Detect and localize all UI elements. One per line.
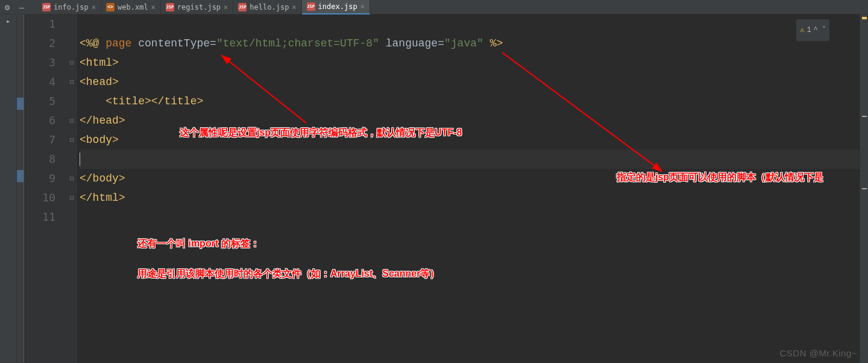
code-line: <body>	[80, 130, 860, 150]
code-line	[80, 207, 860, 227]
tab-label: info.jsp	[54, 3, 89, 11]
watermark-text: CSDN @Mr.King~	[779, 348, 857, 358]
tab-label: index.jsp	[318, 2, 357, 11]
fold-marker[interactable]: ⊟	[66, 188, 77, 207]
nav-arrows[interactable]: ^ ˅	[814, 21, 826, 40]
code-line: <html>	[80, 53, 860, 72]
code-line: <%@ page contentType="text/html;charset=…	[80, 34, 860, 53]
close-icon[interactable]: ×	[151, 3, 156, 11]
inspection-badge[interactable]: ⚠ 1 ^ ˅	[796, 19, 829, 41]
tab-hello-jsp[interactable]: JSP hello.jsp ×	[233, 0, 301, 14]
line-number-gutter: 1 2 3 4 5 6 7 8 9 10 11	[24, 14, 66, 363]
tab-web-xml[interactable]: <> web.xml ×	[101, 0, 161, 14]
fold-marker[interactable]	[66, 92, 77, 111]
tab-regist-jsp[interactable]: JSP regist.jsp ×	[161, 0, 233, 14]
code-line: </head>	[80, 111, 860, 130]
code-line: </html>	[80, 188, 860, 207]
scroll-marker[interactable]	[862, 116, 867, 117]
line-number: 11	[24, 207, 55, 227]
dash-icon[interactable]: —	[14, 2, 29, 12]
jsp-icon: JSP	[166, 3, 174, 11]
fold-marker[interactable]: ⊟	[66, 130, 77, 150]
fold-marker[interactable]	[66, 207, 77, 227]
line-number: 10	[24, 188, 55, 207]
code-line: <head>	[80, 72, 860, 92]
code-line: <title></title>	[80, 92, 860, 111]
fold-marker[interactable]: ⊟	[66, 53, 77, 72]
code-line-current	[80, 150, 860, 169]
jsp-icon: JSP	[307, 2, 315, 11]
fold-column: ⊟ ⊟ ⊟ ⊟ ⊟ ⊟	[66, 14, 77, 363]
line-number: 7	[24, 130, 55, 150]
code-line: </body>	[80, 169, 860, 188]
tab-label: regist.jsp	[177, 3, 221, 11]
main-area: ▸ 1 2 3 4 5 6 7 8 9 10 11 ⊟ ⊟ ⊟ ⊟ ⊟ ⊟ <%…	[0, 14, 868, 363]
annotation-text: 还有一个叫 import 的标签：	[137, 234, 260, 253]
fold-marker[interactable]	[66, 150, 77, 169]
close-icon[interactable]: ×	[92, 3, 96, 11]
line-number: 8	[24, 150, 55, 169]
close-icon[interactable]: ×	[292, 3, 296, 11]
fold-marker[interactable]: ⊟	[66, 72, 77, 92]
editor-tabs: JSP info.jsp × <> web.xml × JSP regist.j…	[37, 0, 370, 14]
left-marker-strip	[17, 14, 24, 363]
code-line	[80, 14, 860, 34]
fold-marker[interactable]: ⊟	[66, 111, 77, 130]
tab-info-jsp[interactable]: JSP info.jsp ×	[37, 0, 101, 14]
close-icon[interactable]: ×	[224, 3, 228, 11]
warning-count: 1	[807, 21, 811, 40]
gear-icon[interactable]: ⚙	[0, 2, 14, 12]
close-icon[interactable]: ×	[360, 2, 365, 11]
line-number: 9	[24, 169, 55, 188]
change-marker	[17, 170, 24, 182]
left-tool-gutter: ▸	[0, 14, 17, 363]
line-number: 3	[24, 53, 55, 72]
change-marker	[17, 98, 24, 110]
line-number: 6	[24, 111, 55, 130]
tab-index-jsp[interactable]: JSP index.jsp ×	[302, 0, 370, 14]
expand-icon[interactable]: ▸	[6, 17, 10, 25]
jsp-icon: JSP	[238, 3, 247, 11]
warning-marker[interactable]	[862, 17, 867, 19]
jsp-icon: JSP	[42, 3, 51, 11]
top-toolbar: ⚙ — JSP info.jsp × <> web.xml × JSP regi…	[0, 0, 868, 14]
line-number: 5	[24, 92, 55, 111]
annotation-text: 用途是引用该脚本使用时的各个类文件（如：ArrayList、Scanner等）	[137, 264, 439, 283]
code-editor[interactable]: <%@ page contentType="text/html;charset=…	[77, 14, 860, 363]
fold-marker[interactable]	[66, 14, 77, 34]
line-number: 4	[24, 72, 55, 92]
tab-label: hello.jsp	[250, 3, 289, 11]
fold-marker[interactable]: ⊟	[66, 169, 77, 188]
warning-icon: ⚠	[800, 21, 804, 40]
line-number: 1	[24, 14, 55, 34]
xml-icon: <>	[106, 3, 115, 11]
line-number: 2	[24, 34, 55, 53]
right-marker-strip	[860, 14, 868, 363]
fold-marker[interactable]	[66, 34, 77, 53]
text-caret	[80, 153, 80, 166]
tab-label: web.xml	[118, 3, 148, 11]
scroll-marker[interactable]	[862, 188, 867, 189]
